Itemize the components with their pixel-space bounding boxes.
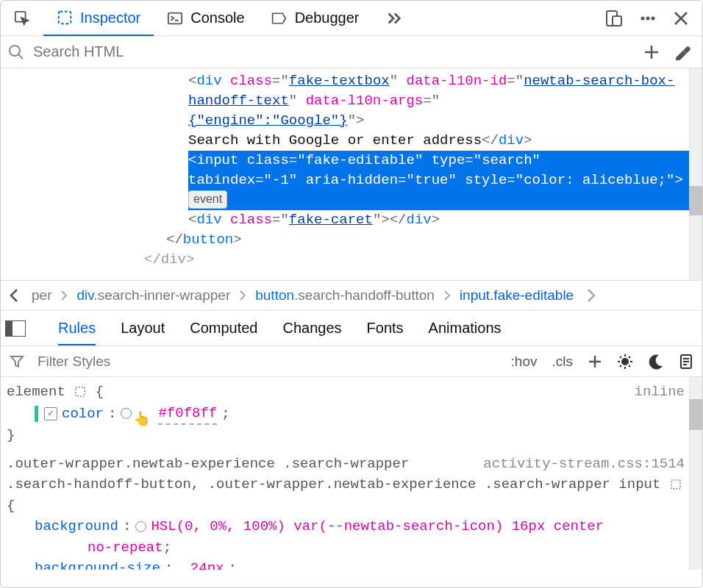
- declaration-toggle[interactable]: ✓: [44, 407, 57, 420]
- tab-label: Console: [190, 10, 244, 26]
- cursor-pointer-icon: 👆: [133, 409, 151, 431]
- breadcrumb-item[interactable]: per: [26, 284, 57, 306]
- tab-overflow[interactable]: [373, 1, 415, 35]
- css-declaration[interactable]: background-size: 24px;: [7, 558, 685, 570]
- console-icon: [167, 10, 183, 26]
- filter-styles-input[interactable]: [38, 354, 498, 370]
- eyedropper-icon[interactable]: [674, 44, 690, 60]
- dom-node[interactable]: <div class="fake-caret"></div>: [188, 210, 702, 230]
- rule-selector[interactable]: element: [7, 384, 65, 400]
- sidebar-tabs: Rules Layout Computed Changes Fonts Anim…: [1, 311, 702, 346]
- debugger-icon: [271, 10, 288, 26]
- tab-console[interactable]: Console: [154, 1, 257, 35]
- sidebar-toggle-icon[interactable]: [5, 320, 26, 337]
- rule-selector[interactable]: .outer-wrapper.newtab-experience .search…: [7, 453, 409, 475]
- search-html-input[interactable]: [33, 43, 635, 60]
- color-swatch[interactable]: [121, 408, 132, 419]
- filter-icon: [10, 354, 24, 369]
- svg-point-6: [646, 16, 650, 20]
- svg-point-7: [652, 16, 655, 20]
- pick-element-icon: [14, 10, 30, 26]
- tab-computed[interactable]: Computed: [190, 312, 257, 344]
- markup-view[interactable]: <div class="fake-textbox" data-l10n-id="…: [1, 68, 702, 280]
- svg-rect-12: [671, 480, 680, 489]
- svg-rect-2: [168, 12, 182, 24]
- breadcrumbs: per div.search-inner-wrapper button.sear…: [1, 280, 702, 311]
- tab-fonts[interactable]: Fonts: [367, 312, 404, 344]
- dom-node[interactable]: <div class="fake-textbox" data-l10n-id="…: [188, 71, 702, 151]
- chevron-right-icon: [239, 290, 246, 301]
- breadcrumb-scroll-right[interactable]: [582, 287, 600, 304]
- tab-pick-element[interactable]: [1, 1, 43, 35]
- svg-point-9: [622, 359, 628, 365]
- rule-source[interactable]: activity-stream.css:1514: [483, 453, 685, 475]
- tab-label: Inspector: [80, 10, 140, 26]
- event-badge[interactable]: event: [188, 190, 227, 209]
- filter-styles-bar: :hov .cls: [1, 346, 702, 377]
- dom-node-selected[interactable]: <input class="fake-editable" type="searc…: [188, 151, 702, 210]
- changed-indicator: [35, 406, 38, 422]
- search-icon: [8, 44, 24, 60]
- highlight-selector-icon[interactable]: [74, 385, 87, 398]
- dom-closing[interactable]: </button>: [1, 230, 702, 250]
- tab-layout[interactable]: Layout: [121, 312, 165, 344]
- svg-point-5: [641, 16, 645, 20]
- tab-animations[interactable]: Animations: [429, 312, 502, 344]
- svg-point-8: [10, 46, 20, 56]
- svg-rect-11: [76, 387, 85, 396]
- tab-changes[interactable]: Changes: [282, 312, 341, 344]
- breadcrumb-item[interactable]: button.search-handoff-button: [249, 284, 440, 306]
- tab-debugger[interactable]: Debugger: [258, 1, 373, 35]
- svg-rect-4: [613, 16, 621, 26]
- rule-selector-cont[interactable]: .search-handoff-button, .outer-wrapper.n…: [7, 474, 685, 516]
- css-declaration[interactable]: background: HSL(0, 0%, 100%) var(--newta…: [7, 516, 685, 537]
- devtools-toolbar: Inspector Console Debugger: [1, 1, 702, 36]
- chevron-right-icon: [443, 290, 451, 301]
- rule-source[interactable]: inline: [635, 381, 685, 403]
- css-declaration[interactable]: ✓ color: 👆 #f0f8ff;: [7, 403, 685, 426]
- pseudo-hov-toggle[interactable]: :hov: [511, 354, 538, 370]
- cls-toggle[interactable]: .cls: [552, 354, 574, 370]
- search-html-bar: [1, 36, 702, 68]
- light-scheme-icon[interactable]: [617, 354, 633, 370]
- chevron-right-icon: [60, 290, 68, 301]
- highlight-selector-icon[interactable]: [669, 478, 682, 491]
- inspector-icon: [57, 10, 73, 26]
- rules-pane[interactable]: element { inline ✓ color: 👆 #f0f8ff; } .…: [1, 377, 702, 570]
- tab-inspector[interactable]: Inspector: [43, 1, 154, 36]
- breadcrumb-item-selected[interactable]: input.fake-editable: [454, 284, 579, 306]
- color-swatch[interactable]: [135, 521, 146, 532]
- rules-scrollbar[interactable]: [689, 377, 702, 570]
- dom-closing[interactable]: </div>: [1, 250, 702, 270]
- breadcrumb-scroll-left[interactable]: [5, 287, 23, 304]
- print-media-icon[interactable]: [679, 354, 693, 370]
- markup-scrollbar[interactable]: [689, 68, 702, 280]
- add-element-icon[interactable]: [643, 44, 660, 60]
- add-rule-icon[interactable]: [588, 354, 602, 369]
- breadcrumb-item[interactable]: div.search-inner-wrapper: [71, 284, 236, 306]
- meatball-menu-icon[interactable]: [639, 10, 657, 27]
- close-icon[interactable]: [673, 10, 689, 26]
- svg-rect-1: [59, 12, 71, 24]
- tab-rules[interactable]: Rules: [58, 312, 96, 345]
- tab-label: Debugger: [295, 10, 360, 26]
- dark-scheme-icon[interactable]: [648, 354, 664, 370]
- responsive-design-icon[interactable]: [605, 10, 623, 27]
- chevron-double-right-icon: [386, 10, 402, 26]
